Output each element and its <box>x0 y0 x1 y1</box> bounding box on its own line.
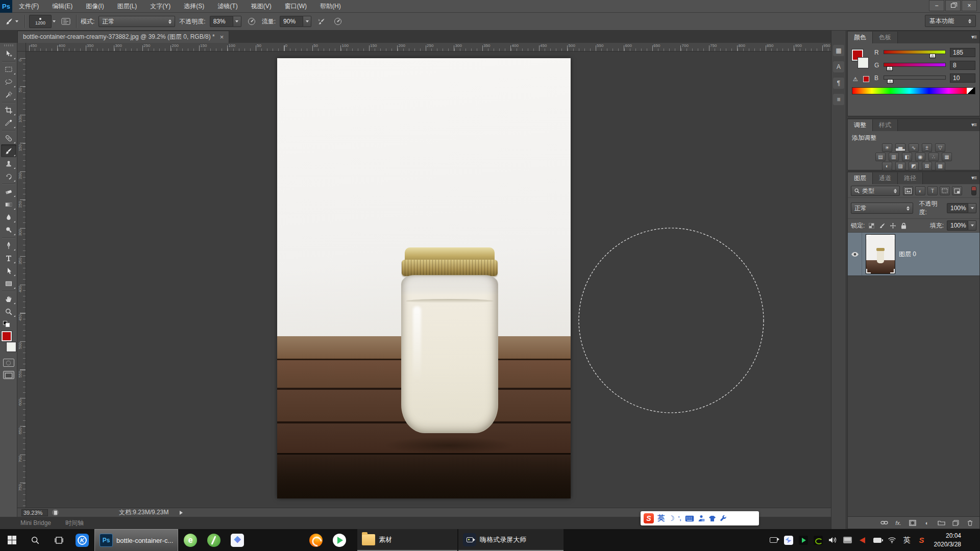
menu-item[interactable]: 文件(F) <box>12 0 45 12</box>
collapsed-panel-icon[interactable]: ▦ <box>833 45 844 56</box>
collapsed-panel-icon[interactable]: ≡ <box>833 94 844 105</box>
360-safe-taskbar-icon[interactable] <box>202 529 226 551</box>
bottom-panel-tab[interactable]: Mini Bridge <box>14 518 57 528</box>
gradient-map-icon[interactable]: ▩ <box>935 162 945 170</box>
spot-healing-brush-tool[interactable] <box>1 132 16 144</box>
horizontal-ruler[interactable]: 4504003503002502001501005005010015020025… <box>26 43 831 52</box>
taskbar-search-button[interactable] <box>23 529 47 551</box>
browser-360-taskbar-icon[interactable]: e <box>179 529 202 551</box>
recorder-tray-icon[interactable] <box>769 536 778 545</box>
restore-button[interactable] <box>945 0 961 11</box>
menu-item[interactable]: 视图(V) <box>244 0 278 12</box>
lasso-tool[interactable] <box>1 76 16 88</box>
gradient-tool[interactable] <box>1 198 16 211</box>
collapsed-panel-icon[interactable]: A <box>833 61 844 72</box>
layer-name[interactable]: 图层 0 <box>899 250 916 259</box>
skin-icon[interactable] <box>708 515 716 522</box>
status-menu-arrow-icon[interactable] <box>180 511 183 515</box>
layer-filter-select[interactable]: 类型 <box>851 186 900 196</box>
brush-tool[interactable] <box>1 144 16 157</box>
photoshop-task[interactable]: Ps bottle-container-c... <box>94 529 178 551</box>
lock-pixels-icon[interactable] <box>878 222 886 230</box>
taskbar-clock[interactable]: 20:04 2020/3/28 <box>932 532 966 548</box>
workspace-switcher[interactable]: 基本功能 <box>925 15 976 27</box>
lock-position-icon[interactable] <box>889 222 897 230</box>
zoom-level-field[interactable]: 39.23% <box>21 509 48 516</box>
bottom-panel-tab[interactable]: 时间轴 <box>59 518 90 528</box>
toggle-brush-panel-icon[interactable] <box>60 15 72 28</box>
ime-language-toggle[interactable]: 英 <box>657 514 665 523</box>
filter-shape-layers-icon[interactable] <box>940 186 950 195</box>
vertical-ruler[interactable]: 0501001502002503003504004505005506006507… <box>17 52 26 508</box>
filter-adjustment-layers-icon[interactable]: ◐ <box>915 186 925 195</box>
layer-fill-dropdown[interactable] <box>968 220 976 231</box>
panel-tab[interactable]: 通道 <box>873 172 898 184</box>
blend-mode-select[interactable]: 正常 <box>99 16 175 27</box>
layer-row[interactable]: 图层 0 <box>848 233 979 276</box>
filter-smart-objects-icon[interactable] <box>952 186 962 195</box>
channel-mixer-icon[interactable]: ∴ <box>928 153 939 161</box>
menu-item[interactable]: 图层(L) <box>111 0 144 12</box>
channel-value-field[interactable]: 10 <box>950 73 975 83</box>
channel-value-field[interactable]: 185 <box>950 48 975 57</box>
pasteboard[interactable] <box>26 52 831 508</box>
punctuation-icon[interactable]: ’, <box>678 515 681 521</box>
ime-language-indicator[interactable]: 英 <box>902 536 912 545</box>
menu-item[interactable]: 帮助(H) <box>313 0 348 12</box>
spectrum-bw-swatch[interactable] <box>967 88 975 94</box>
folder-task[interactable]: 素材 <box>357 529 457 551</box>
channel-slider[interactable] <box>884 48 946 57</box>
curves-icon[interactable]: ∿ <box>909 143 919 152</box>
lock-transparency-icon[interactable] <box>868 222 875 230</box>
color-balance-icon[interactable]: ▥ <box>889 153 899 161</box>
slider-thumb-icon[interactable] <box>930 54 935 58</box>
gamut-warning-icon[interactable]: ⚠ <box>853 76 858 83</box>
background-color-swatch[interactable] <box>858 58 868 68</box>
delete-layer-icon[interactable] <box>965 519 974 527</box>
layer-opacity-control[interactable]: 100% <box>947 203 976 213</box>
tablet-pressure-size-icon[interactable] <box>332 15 344 28</box>
layer-fill-control[interactable]: 100% <box>947 220 976 231</box>
default-colors-control[interactable] <box>3 321 14 327</box>
selection-marching-ants[interactable] <box>578 228 764 413</box>
background-color-swatch[interactable] <box>7 342 16 352</box>
menu-item[interactable]: 选择(S) <box>177 0 211 12</box>
panel-tab[interactable]: 调整 <box>848 119 873 131</box>
color-lookup-icon[interactable]: ▦ <box>942 153 952 161</box>
link-layers-icon[interactable] <box>879 519 889 527</box>
foreground-color-swatch[interactable] <box>2 331 12 341</box>
ruler-corner[interactable] <box>17 43 26 52</box>
volume-icon[interactable] <box>828 536 838 545</box>
layer-blend-mode-select[interactable]: 正常 <box>851 203 913 214</box>
filter-type-layers-icon[interactable]: T <box>927 186 938 195</box>
opacity-dropdown-button[interactable] <box>233 16 241 27</box>
sogou-logo-icon[interactable]: S <box>644 513 654 523</box>
start-button[interactable] <box>0 529 23 551</box>
hardware-tray-icon[interactable] <box>843 536 852 545</box>
fullhalf-width-icon[interactable]: ☽ <box>668 514 675 522</box>
lock-all-icon[interactable] <box>900 222 908 230</box>
panel-menu-icon[interactable]: ▾≡ <box>971 174 976 181</box>
firefox-taskbar-icon[interactable] <box>304 529 328 551</box>
add-layer-mask-icon[interactable] <box>908 519 917 527</box>
hand-tool[interactable] <box>1 292 16 305</box>
red-horn-tray-icon[interactable] <box>858 536 867 545</box>
sogou-tray-icon[interactable]: S <box>917 536 926 545</box>
crop-tool[interactable] <box>1 104 16 116</box>
panel-tab[interactable]: 样式 <box>873 119 898 131</box>
layer-visibility-cell[interactable] <box>848 233 862 276</box>
posterize-icon[interactable]: ▨ <box>895 162 905 170</box>
exposure-icon[interactable]: ± <box>922 143 932 152</box>
rectangle-tool[interactable] <box>1 277 16 290</box>
network-wifi-icon[interactable] <box>888 536 897 545</box>
channel-value-field[interactable]: 8 <box>950 61 975 70</box>
toolbox-icon[interactable] <box>698 515 705 522</box>
thunder-bird-tray-icon[interactable] <box>784 536 793 545</box>
gamut-color-swatch[interactable] <box>863 76 869 82</box>
minimize-button[interactable]: − <box>929 0 944 11</box>
kugou-taskbar-icon[interactable]: K <box>70 529 94 551</box>
filter-pixel-layers-icon[interactable] <box>903 186 913 195</box>
hue-saturation-icon[interactable]: ▤ <box>875 153 886 161</box>
black-white-icon[interactable]: ◧ <box>902 153 912 161</box>
new-adjustment-layer-icon[interactable]: ◐ <box>922 519 932 527</box>
